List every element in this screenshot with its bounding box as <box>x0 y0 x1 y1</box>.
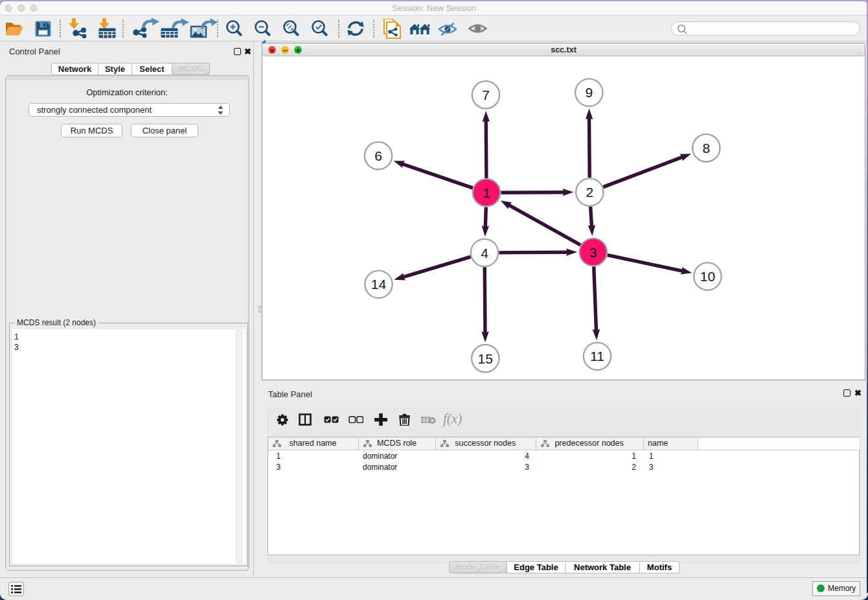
svg-text:10: 10 <box>700 269 715 284</box>
svg-text:1: 1 <box>483 185 490 200</box>
svg-text:9: 9 <box>585 85 593 100</box>
svg-text:14: 14 <box>371 277 387 292</box>
svg-text:15: 15 <box>478 351 493 366</box>
svg-text:4: 4 <box>481 246 488 260</box>
svg-text:11: 11 <box>590 349 604 363</box>
svg-text:3: 3 <box>589 245 597 260</box>
svg-text:7: 7 <box>482 87 490 102</box>
svg-text:2: 2 <box>586 185 593 200</box>
svg-text:6: 6 <box>374 148 382 163</box>
svg-text:8: 8 <box>702 141 710 156</box>
